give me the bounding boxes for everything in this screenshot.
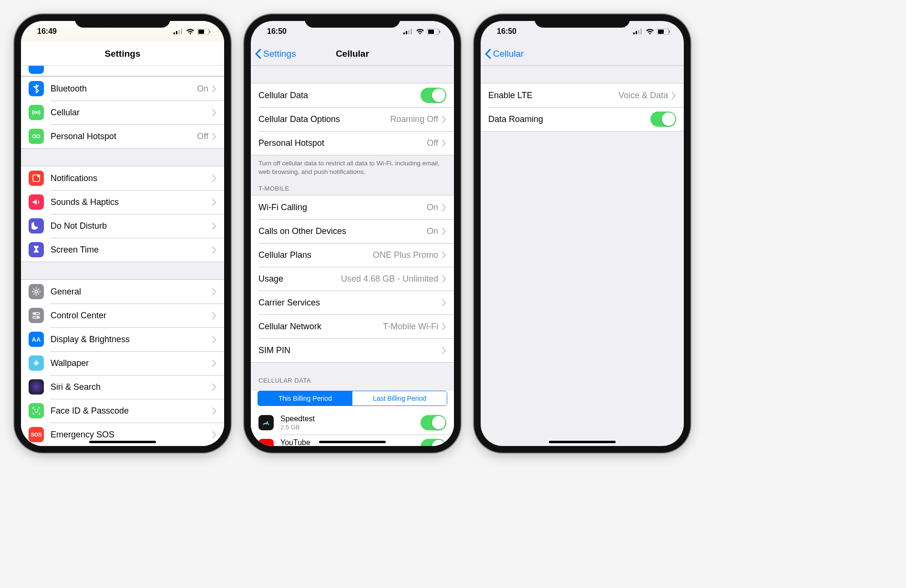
row-control-center[interactable]: Control Center bbox=[21, 304, 224, 327]
moon-icon bbox=[29, 218, 44, 233]
row-notifications[interactable]: Notifications bbox=[21, 166, 224, 190]
row-cellular-data[interactable]: Cellular Data bbox=[251, 83, 454, 107]
row-cellular-network[interactable]: Cellular Network T-Mobile Wi-Fi bbox=[251, 314, 454, 338]
row-screen-time[interactable]: Screen Time bbox=[21, 238, 224, 262]
row-wifi-partial[interactable] bbox=[21, 66, 224, 76]
row-sounds-haptics[interactable]: Sounds & Haptics bbox=[21, 190, 224, 214]
section-header-cellular-data: CELLULAR DATA bbox=[251, 363, 454, 387]
row-label: Emergency SOS bbox=[51, 430, 212, 440]
row-usage[interactable]: Usage Used 4.68 GB - Unlimited bbox=[251, 267, 454, 291]
row-enable-lte[interactable]: Enable LTE Voice & Data bbox=[481, 83, 684, 107]
data-roaming-toggle[interactable] bbox=[650, 112, 676, 127]
row-label: Speedtest bbox=[280, 415, 421, 423]
row-label: Wi-Fi Calling bbox=[258, 203, 427, 213]
row-siri-search[interactable]: Siri & Search bbox=[21, 375, 224, 399]
signal-icon bbox=[633, 29, 643, 34]
row-label: General bbox=[51, 287, 212, 297]
row-label: Cellular Network bbox=[258, 322, 383, 332]
hourglass-icon bbox=[29, 242, 44, 257]
row-detail: On bbox=[427, 226, 438, 236]
row-wifi-calling[interactable]: Wi-Fi Calling On bbox=[251, 195, 454, 219]
seg-last-period[interactable]: Last Billing Period bbox=[352, 391, 447, 406]
cellular-icon bbox=[29, 105, 44, 120]
row-detail: Voice & Data bbox=[618, 91, 668, 101]
row-detail: Roaming Off bbox=[390, 114, 438, 124]
home-indicator[interactable] bbox=[89, 441, 156, 443]
row-cellular-data-options[interactable]: Cellular Data Options Roaming Off bbox=[251, 107, 454, 131]
display-icon: AA bbox=[29, 332, 44, 347]
row-label: Cellular bbox=[51, 108, 212, 118]
row-sim-pin[interactable]: SIM PIN bbox=[251, 338, 454, 362]
chevron-right-icon bbox=[212, 312, 216, 319]
row-personal-hotspot[interactable]: Personal Hotspot Off bbox=[251, 131, 454, 155]
cellular-data-toggle[interactable] bbox=[421, 88, 446, 103]
settings-scroll[interactable]: Bluetooth On Cellular Personal Hotspot bbox=[21, 66, 224, 446]
row-label: Calls on Other Devices bbox=[258, 226, 427, 236]
back-label: Cellular bbox=[493, 49, 524, 59]
svg-point-11 bbox=[37, 174, 40, 177]
row-display-brightness[interactable]: AA Display & Brightness bbox=[21, 327, 224, 351]
chevron-right-icon bbox=[212, 288, 216, 295]
row-face-id[interactable]: Face ID & Passcode bbox=[21, 399, 224, 423]
svg-point-15 bbox=[34, 313, 35, 314]
row-app-speedtest[interactable]: Speedtest 2.5 GB bbox=[251, 411, 454, 435]
siri-icon bbox=[29, 379, 44, 395]
row-data-roaming[interactable]: Data Roaming bbox=[481, 107, 684, 131]
chevron-right-icon bbox=[442, 252, 446, 259]
sounds-icon bbox=[29, 194, 44, 210]
row-wallpaper[interactable]: Wallpaper bbox=[21, 351, 224, 375]
battery-icon bbox=[197, 29, 211, 35]
row-label: Display & Brightness bbox=[51, 335, 212, 345]
row-label: Control Center bbox=[51, 311, 212, 321]
chevron-right-icon bbox=[442, 323, 446, 330]
row-general[interactable]: General bbox=[21, 280, 224, 304]
svg-point-21 bbox=[37, 409, 38, 410]
row-label: Wallpaper bbox=[51, 358, 212, 368]
back-button[interactable]: Cellular bbox=[484, 42, 524, 65]
back-label: Settings bbox=[263, 49, 296, 59]
row-cellular-plans[interactable]: Cellular Plans ONE Plus Promo bbox=[251, 243, 454, 267]
svg-point-9 bbox=[37, 135, 40, 138]
row-calls-other-devices[interactable]: Calls on Other Devices On bbox=[251, 219, 454, 243]
back-button[interactable]: Settings bbox=[255, 42, 296, 65]
cellular-scroll[interactable]: Cellular Data Cellular Data Options Roam… bbox=[251, 66, 454, 446]
seg-this-period[interactable]: This Billing Period bbox=[258, 391, 352, 406]
billing-period-segmented[interactable]: This Billing Period Last Billing Period bbox=[257, 391, 447, 406]
row-carrier-services[interactable]: Carrier Services bbox=[251, 291, 454, 314]
chevron-right-icon bbox=[442, 204, 446, 211]
app-toggle[interactable] bbox=[421, 415, 446, 430]
page-title: Settings bbox=[105, 49, 141, 59]
options-scroll[interactable]: Enable LTE Voice & Data Data Roaming bbox=[481, 66, 684, 446]
phone-cellular-data-options: 16:50 Cellular Enable LTE Voice & Data bbox=[474, 14, 690, 453]
home-indicator[interactable] bbox=[319, 441, 386, 443]
home-indicator[interactable] bbox=[549, 441, 616, 443]
row-detail: Off bbox=[427, 138, 438, 148]
section-footer: Turn off cellular data to restrict all d… bbox=[251, 155, 454, 176]
row-label: Carrier Services bbox=[258, 298, 442, 308]
row-personal-hotspot[interactable]: Personal Hotspot Off bbox=[21, 124, 224, 148]
chevron-right-icon bbox=[212, 199, 216, 206]
signal-icon bbox=[403, 29, 413, 34]
app-toggle[interactable] bbox=[421, 439, 446, 446]
section-header-tmobile: T-MOBILE bbox=[251, 176, 454, 195]
row-label: Personal Hotspot bbox=[51, 132, 197, 142]
row-bluetooth[interactable]: Bluetooth On bbox=[21, 77, 224, 101]
chevron-right-icon bbox=[212, 85, 216, 92]
wifi-icon bbox=[186, 29, 195, 35]
notch bbox=[75, 14, 170, 28]
svg-point-16 bbox=[37, 317, 38, 318]
row-label: Cellular Data Options bbox=[258, 114, 390, 124]
face-id-icon bbox=[29, 403, 44, 418]
chevron-right-icon bbox=[212, 384, 216, 391]
row-label: Screen Time bbox=[51, 245, 212, 255]
row-detail: Off bbox=[197, 132, 208, 142]
speedtest-icon bbox=[258, 415, 274, 430]
chevron-right-icon bbox=[442, 228, 446, 235]
row-do-not-disturb[interactable]: Do Not Disturb bbox=[21, 214, 224, 238]
svg-point-7 bbox=[36, 112, 37, 113]
chevron-right-icon bbox=[212, 223, 216, 230]
switches-icon bbox=[29, 308, 44, 323]
chevron-right-icon bbox=[212, 133, 216, 140]
row-label: Cellular Plans bbox=[258, 250, 373, 260]
row-cellular[interactable]: Cellular bbox=[21, 101, 224, 124]
